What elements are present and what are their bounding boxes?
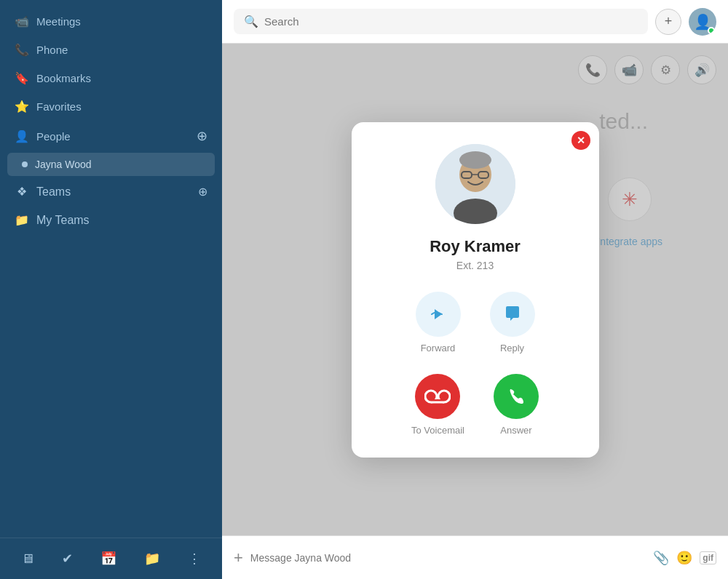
subitem-label: Jayna Wood (35, 159, 92, 170)
voicemail-label: To Voicemail (411, 425, 464, 436)
reply-label: Reply (500, 343, 524, 354)
sidebar-item-my-teams[interactable]: 📁 My Teams (0, 206, 222, 234)
voicemail-action: To Voicemail (411, 374, 464, 436)
answer-icon (507, 387, 526, 406)
forward-icon (429, 305, 448, 324)
desktop-icon[interactable]: 🖥 (17, 548, 38, 570)
action-row-top: Forward Reply (416, 292, 535, 354)
sidebar-item-meetings[interactable]: 📹 Meetings (0, 7, 222, 36)
svg-point-6 (459, 151, 491, 169)
sidebar-nav: 📹 Meetings 📞 Phone 🔖 Bookmarks ⭐ Favorit… (0, 0, 222, 538)
meetings-icon: 📹 (15, 15, 29, 28)
sidebar-item-phone[interactable]: 📞 Phone (0, 36, 222, 64)
sidebar-subitem-jayna[interactable]: Jayna Wood (7, 153, 215, 176)
forward-button[interactable] (416, 292, 461, 337)
modal-overlay: ✕ (222, 44, 728, 535)
people-label: People (36, 130, 189, 143)
my-teams-icon: 📁 (15, 213, 29, 227)
sidebar-item-label: Favorites (36, 100, 207, 113)
content-area: 📞 📹 ⚙ 🔊 ted... ✳ Integrate apps (222, 44, 728, 535)
people-icon: 👤 (15, 129, 29, 143)
sidebar-item-teams[interactable]: ❖ Teams ⊕ (0, 177, 222, 206)
caller-ext: Ext. 213 (456, 260, 494, 271)
add-person-icon[interactable]: ⊕ (197, 128, 207, 144)
more-icon[interactable]: ⋮ (184, 547, 205, 570)
search-input[interactable] (264, 15, 638, 28)
voicemail-button[interactable] (415, 374, 460, 419)
tasks-icon[interactable]: ✔ (58, 547, 76, 570)
sidebar-item-label: Bookmarks (36, 72, 207, 84)
search-bar[interactable]: 🔍 (234, 9, 648, 34)
reply-action: Reply (490, 292, 535, 354)
teams-label: Teams (36, 185, 191, 199)
emoji-icon[interactable]: 🙂 (676, 550, 692, 566)
gif-button[interactable]: gif (700, 551, 716, 564)
sidebar-bottom: 🖥 ✔ 📅 📁 ⋮ (0, 538, 222, 579)
sidebar-item-label: Meetings (36, 15, 207, 28)
favorites-icon: ⭐ (15, 100, 29, 113)
close-icon: ✕ (577, 135, 585, 146)
online-indicator (708, 27, 715, 34)
message-input[interactable] (250, 552, 646, 564)
reply-button[interactable] (490, 292, 535, 337)
reply-icon (503, 305, 522, 324)
sidebar-item-bookmarks[interactable]: 🔖 Bookmarks (0, 64, 222, 92)
message-bar: + 📎 🙂 gif (222, 535, 728, 579)
sidebar-item-favorites[interactable]: ⭐ Favorites (0, 92, 222, 121)
incoming-call-modal: ✕ (352, 122, 599, 458)
header-actions: + 👤 (655, 8, 716, 36)
caller-name: Roy Kramer (430, 237, 521, 256)
sidebar: 📹 Meetings 📞 Phone 🔖 Bookmarks ⭐ Favorit… (0, 0, 222, 579)
answer-button[interactable] (494, 374, 539, 419)
bookmarks-icon: 🔖 (15, 71, 29, 85)
message-attach-button[interactable]: + (234, 548, 243, 567)
call-action-row: To Voicemail Answer (411, 374, 539, 436)
voicemail-icon (424, 388, 451, 404)
attachment-icon[interactable]: 📎 (653, 550, 669, 566)
add-team-icon[interactable]: ⊕ (198, 185, 207, 199)
presence-dot (22, 161, 28, 167)
add-button[interactable]: + (655, 9, 681, 35)
forward-label: Forward (421, 343, 456, 354)
sidebar-item-people[interactable]: 👤 People ⊕ (0, 121, 222, 151)
teams-icon: ❖ (15, 185, 29, 199)
caller-avatar (435, 144, 515, 224)
answer-action: Answer (494, 374, 539, 436)
plus-icon: + (665, 14, 673, 29)
user-avatar[interactable]: 👤 (689, 8, 716, 36)
main-content: 🔍 + 👤 📞 📹 ⚙ 🔊 (222, 0, 728, 579)
header: 🔍 + 👤 (222, 0, 728, 44)
search-icon: 🔍 (244, 15, 258, 28)
caller-photo (435, 144, 515, 224)
answer-label: Answer (500, 425, 531, 436)
phone-icon: 📞 (15, 43, 29, 57)
message-actions: 📎 🙂 gif (653, 550, 716, 566)
calendar-icon[interactable]: 📅 (97, 547, 120, 570)
files-icon[interactable]: 📁 (141, 547, 164, 570)
forward-action: Forward (416, 292, 461, 354)
my-teams-label: My Teams (36, 214, 207, 227)
close-button[interactable]: ✕ (571, 131, 590, 150)
sidebar-item-label: Phone (36, 44, 207, 56)
